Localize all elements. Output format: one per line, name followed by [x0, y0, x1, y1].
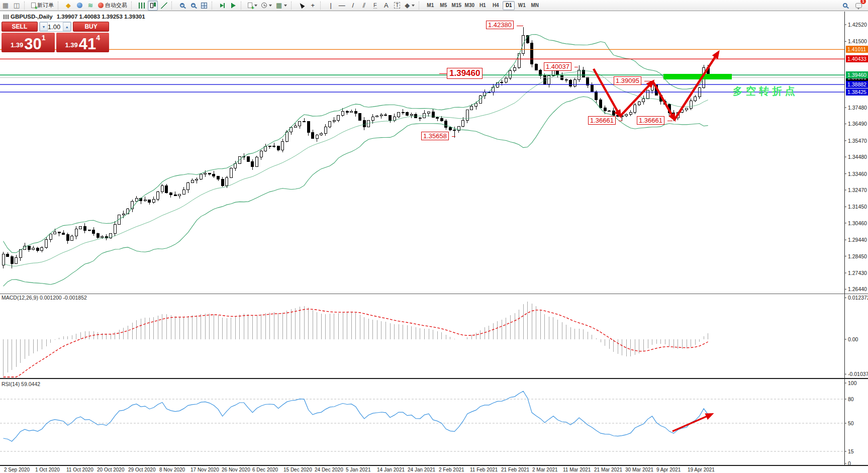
gold-icon-glyph: ◆ — [66, 2, 71, 9]
crosshair-icon-glyph: + — [311, 2, 315, 9]
chart-window-icon[interactable]: ▦ — [1, 1, 11, 11]
dropdown-caret-icon — [412, 5, 415, 7]
zoom-in-icon[interactable]: + — [177, 1, 187, 11]
timeframe-m15-button[interactable]: M15 — [450, 1, 462, 10]
label-icon[interactable]: T — [392, 1, 402, 11]
new-order-button[interactable]: 新订单 — [30, 1, 55, 11]
toolbar-separator — [24, 2, 28, 10]
autoscroll-icon[interactable] — [217, 1, 227, 11]
signal-icon-glyph: ≋ — [88, 2, 93, 9]
search-icon — [843, 3, 847, 8]
autotrading-button-label: 自动交易 — [105, 2, 127, 9]
periods-button[interactable] — [260, 1, 273, 11]
bid-price-point: 1 — [42, 34, 46, 42]
toolbar-separator — [212, 2, 215, 10]
autotrading-button-glyph — [98, 3, 104, 8]
bar-chart-icon-glyph — [139, 3, 145, 9]
crosshair-icon[interactable]: + — [308, 1, 318, 11]
chat-bubble-icon — [855, 3, 862, 8]
sell-button[interactable]: SELL — [2, 22, 38, 32]
new-order-button-label: 新订单 — [37, 2, 54, 9]
notification-badge: 1 — [860, 0, 866, 4]
play-triangle-icon — [220, 4, 224, 8]
trend-arrows — [594, 52, 718, 120]
one-click-trading-panel: SELL ▼ 1.00 ▲ BUY 1.39 30 1 1.39 — [2, 22, 109, 52]
line-chart-icon-glyph — [161, 3, 167, 9]
line-chart-icon[interactable] — [159, 1, 169, 11]
indicators-button[interactable] — [246, 1, 259, 11]
dropdown-caret-icon — [254, 5, 257, 7]
timeframe-mn-button[interactable]: MN — [529, 1, 541, 10]
mt4-window: ▦◫新订单◆≋自动交易+−▦+|—/⫽FAT◆M1M5M15M30H1H4D1W… — [0, 0, 868, 473]
timeframe-m5-button[interactable]: M5 — [437, 1, 449, 10]
gold-icon[interactable]: ◆ — [63, 1, 73, 11]
timeframe-m1-button[interactable]: M1 — [424, 1, 436, 10]
toolbar-separator — [419, 2, 422, 10]
bid-price-major: 1.39 — [11, 41, 23, 49]
volume-increase-button[interactable]: ▲ — [63, 22, 71, 31]
volume-decrease-button[interactable]: ▼ — [40, 22, 48, 31]
buy-button[interactable]: BUY — [73, 22, 109, 32]
text-icon-glyph: A — [384, 2, 389, 9]
support-zone-highlight — [663, 74, 732, 79]
toolbar-separator — [171, 2, 175, 10]
fibonacci-icon[interactable]: F — [370, 1, 380, 11]
dropdown-caret-icon — [269, 5, 272, 7]
timeframe-h1-button[interactable]: H1 — [476, 1, 489, 10]
tile-windows-icon-glyph — [201, 3, 207, 9]
periods-button-glyph — [261, 3, 267, 8]
toolbar-separator — [241, 2, 244, 10]
community-icon[interactable] — [74, 1, 84, 11]
axis-tick-marks — [844, 25, 846, 463]
candles — [2, 27, 709, 269]
zoom-out-icon-glyph: − — [191, 3, 196, 8]
chart-canvas[interactable]: GBPUSD-,Daily 1.39907 1.40083 1.39253 1.… — [0, 0, 868, 473]
toolbar-separator — [291, 2, 295, 10]
horizontal-line-icon-glyph: — — [339, 2, 345, 9]
chart-shift-icon[interactable] — [228, 1, 238, 11]
fibonacci-icon-glyph: F — [373, 2, 377, 9]
equidistant-channel-icon[interactable]: ⫽ — [359, 1, 369, 11]
rsi-line — [4, 391, 708, 441]
shapes-button[interactable]: ◆ — [403, 1, 416, 11]
price-chart-svg[interactable] — [0, 0, 868, 473]
vertical-line-icon[interactable]: | — [326, 1, 336, 11]
bar-icon — [224, 3, 225, 8]
volume-value[interactable]: 1.00 — [48, 22, 63, 31]
bid-quote-panel[interactable]: 1.39 30 1 — [2, 33, 55, 52]
notifications-button[interactable]: 1 — [853, 1, 863, 11]
templates-button[interactable]: ▦ — [274, 1, 288, 11]
profiles-icon-glyph: ◫ — [14, 2, 20, 9]
trendline-icon-glyph: / — [352, 2, 354, 9]
ask-price-point: 4 — [96, 34, 100, 42]
timeframe-d1-button[interactable]: D1 — [503, 1, 515, 10]
autotrading-button[interactable]: 自动交易 — [97, 1, 129, 11]
profiles-icon[interactable]: ◫ — [12, 1, 22, 11]
timeframe-w1-button[interactable]: W1 — [516, 1, 528, 10]
signal-icon[interactable]: ≋ — [85, 1, 95, 11]
search-button[interactable] — [840, 1, 850, 11]
cursor-icon[interactable] — [297, 1, 307, 11]
trendline-icon[interactable]: / — [348, 1, 358, 11]
candlestick-chart-icon[interactable] — [148, 1, 158, 11]
horizontal-line-icon[interactable]: — — [337, 1, 347, 11]
text-icon[interactable]: A — [381, 1, 391, 11]
community-icon-glyph — [77, 3, 82, 8]
pane-borders — [0, 12, 868, 465]
candlestick-chart-icon-glyph — [150, 2, 156, 9]
bar-chart-icon[interactable] — [137, 1, 147, 11]
ask-price-pips: 41 — [79, 38, 96, 51]
dropdown-caret-icon — [284, 5, 287, 7]
volume-stepper: ▼ 1.00 ▲ — [39, 22, 71, 32]
equidistant-channel-icon-glyph: ⫽ — [362, 2, 365, 9]
ask-quote-panel[interactable]: 1.39 41 4 — [56, 33, 110, 52]
templates-button-glyph: ▦ — [276, 2, 282, 9]
chart-window-icon-glyph: ▦ — [3, 2, 9, 9]
zoom-out-icon[interactable]: − — [188, 1, 198, 11]
toolbar: ▦◫新订单◆≋自动交易+−▦+|—/⫽FAT◆M1M5M15M30H1H4D1W… — [0, 0, 868, 11]
timeframe-h4-button[interactable]: H4 — [490, 1, 502, 10]
rsi-trend-arrow — [672, 414, 712, 431]
timeframe-m30-button[interactable]: M30 — [463, 1, 475, 10]
tile-windows-icon[interactable] — [199, 1, 209, 11]
indicators-button-glyph — [248, 3, 252, 8]
